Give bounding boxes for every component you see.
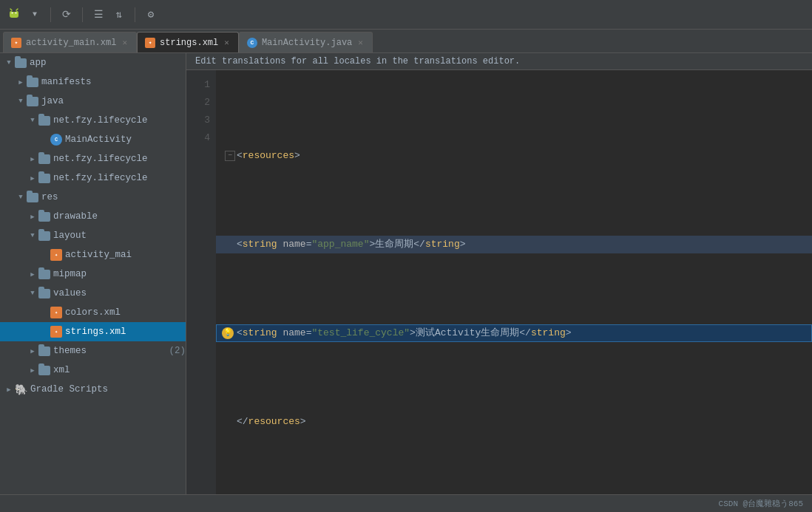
folder-icon-app (15, 58, 27, 68)
sync-icon[interactable]: ⟳ (58, 7, 75, 23)
sidebar-item-net2[interactable]: net.fzy.lifecycle (0, 149, 186, 168)
folder-icon-mipmap (38, 270, 50, 279)
code-eq-2: = (306, 236, 312, 253)
sidebar-item-xml[interactable]: xml (0, 361, 186, 380)
settings-icon[interactable]: ⚙ (143, 7, 159, 23)
code-endtag-2b: string (425, 236, 460, 253)
code-line-3: 💡 <string name="test_life_cycle">测试Activ… (216, 324, 812, 342)
sidebar-item-mainactivity[interactable]: C MainActivity (0, 130, 186, 149)
sidebar-item-app[interactable]: app (0, 53, 186, 72)
sidebar-item-themes[interactable]: themes (2) (0, 341, 186, 361)
code-endtag-3a: </ (519, 324, 531, 342)
arrow-values (27, 287, 38, 299)
lightbulb-icon[interactable]: 💡 (222, 327, 234, 339)
statusbar-text: CSDN @台魔雜稳う865 (719, 498, 803, 509)
sidebar-item-res[interactable]: res (0, 188, 186, 207)
code-endtag-3c: > (566, 324, 572, 342)
code-bracket-close-1: > (294, 147, 300, 165)
code-close-3: > (410, 324, 416, 342)
sidebar-item-net1[interactable]: net.fzy.lifecycle (0, 111, 186, 130)
tab-close-activity-main[interactable]: ✕ (121, 37, 129, 48)
svg-line-6 (16, 9, 18, 10)
arrow-app (3, 57, 15, 69)
folder-icon-net1 (38, 116, 50, 126)
sidebar-label-app: app (30, 58, 186, 68)
sidebar-label-colors-xml: colors.xml (65, 307, 186, 318)
arrow-net1 (27, 115, 38, 126)
arrow-layout (27, 230, 38, 242)
line-numbers: 1 2 3 4 (186, 70, 216, 494)
arrow-xml (27, 364, 38, 376)
svg-rect-2 (10, 12, 18, 18)
line-num-1: 1 (186, 76, 210, 94)
tab-close-strings[interactable]: ✕ (223, 37, 231, 48)
tab-label-activity-main: activity_main.xml (26, 38, 116, 48)
xml-icon-colors: ✦ (50, 307, 62, 318)
sidebar-item-drawable[interactable]: drawable (0, 207, 186, 226)
sidebar-item-java[interactable]: java (0, 92, 186, 111)
tab-main-activity[interactable]: C MainActivity.java ✕ (239, 32, 373, 52)
code-attr-name-2: name (277, 236, 306, 253)
sidebar-item-manifests[interactable]: manifests (0, 72, 186, 92)
statusbar: CSDN @台魔雜稳う865 (0, 494, 812, 512)
xml-icon-activity-main: ✦ (50, 249, 62, 261)
code-bracket-3a: < (237, 324, 243, 342)
sidebar-item-layout[interactable]: layout (0, 226, 186, 245)
sidebar-item-activity-main-xml[interactable]: ✦ activity_mai (0, 245, 186, 264)
sidebar-label-manifests: manifests (41, 77, 186, 87)
sidebar-item-colors-xml[interactable]: ✦ colors.xml (0, 303, 186, 322)
line-num-3: 3 (186, 112, 210, 129)
tab-close-main-activity[interactable]: ✕ (356, 37, 365, 48)
arrow-manifests (15, 76, 27, 88)
align-icon[interactable]: ⇅ (111, 7, 127, 23)
toolbar: ▼ ⟳ ☰ ⇅ ⚙ (0, 0, 812, 30)
sidebar-item-strings-xml[interactable]: ✦ strings.xml (0, 322, 186, 341)
sidebar-item-net3[interactable]: net.fzy.lifecycle (0, 168, 186, 188)
svg-point-4 (16, 12, 17, 13)
code-bracket-2a: < (237, 236, 243, 253)
divider3 (135, 7, 135, 22)
android-icon[interactable] (6, 7, 22, 23)
editor-content[interactable]: 1 2 3 4 − <resources> <string name="app_… (186, 70, 812, 494)
list-icon[interactable]: ☰ (90, 7, 106, 23)
arrow-drawable (27, 211, 38, 222)
code-bracket-4a: </ (237, 413, 248, 431)
folder-icon-net2 (38, 154, 50, 164)
svg-line-5 (10, 9, 12, 10)
sidebar-label-net2: net.fzy.lifecycle (53, 154, 186, 164)
themes-count: (2) (169, 346, 186, 356)
sidebar-item-gradle[interactable]: 🐘 Gradle Scripts (0, 380, 186, 399)
editor-hint: Edit translations for all locales in the… (186, 53, 812, 70)
sidebar-label-java: java (41, 96, 186, 106)
arrow-net3 (27, 172, 38, 184)
code-val-3: "test_life_cycle" (311, 324, 410, 342)
dropdown-icon[interactable]: ▼ (27, 7, 43, 23)
folder-icon-values (38, 289, 50, 298)
code-editor[interactable]: − <resources> <string name="app_name">生命… (216, 70, 812, 494)
main-content: app manifests java net.fzy.lifecycle C M… (0, 53, 812, 494)
gradle-icon: 🐘 (15, 383, 27, 396)
code-tag-resources-close: resources (248, 413, 300, 431)
tab-strings[interactable]: ✦ strings.xml ✕ (137, 32, 239, 52)
sidebar-item-mipmap[interactable]: mipmap (0, 264, 186, 284)
tab-activity-main[interactable]: ✦ activity_main.xml ✕ (3, 32, 137, 52)
code-text-3: 测试Activity生命周期 (416, 324, 519, 342)
tabbar: ✦ activity_main.xml ✕ ✦ strings.xml ✕ C … (0, 30, 812, 53)
divider (50, 7, 51, 22)
code-eq-3: = (306, 324, 312, 342)
code-text-2: 生命周期 (375, 236, 413, 253)
sidebar-label-net3: net.fzy.lifecycle (53, 173, 186, 183)
code-endtag-3b: string (531, 324, 566, 342)
sidebar-label-mainactivity: MainActivity (65, 134, 186, 145)
arrow-themes (27, 345, 38, 357)
divider2 (82, 7, 83, 22)
folder-icon-drawable (38, 212, 50, 222)
sidebar-label-strings-xml: strings.xml (65, 327, 186, 337)
sidebar-label-net1: net.fzy.lifecycle (53, 115, 186, 126)
folder-icon-net3 (38, 174, 50, 183)
sidebar-item-values[interactable]: values (0, 284, 186, 303)
sidebar-label-themes: themes (53, 346, 166, 356)
line-num-2: 2 (186, 94, 210, 112)
folder-icon-res (27, 193, 38, 202)
collapse-1[interactable]: − (225, 151, 235, 161)
